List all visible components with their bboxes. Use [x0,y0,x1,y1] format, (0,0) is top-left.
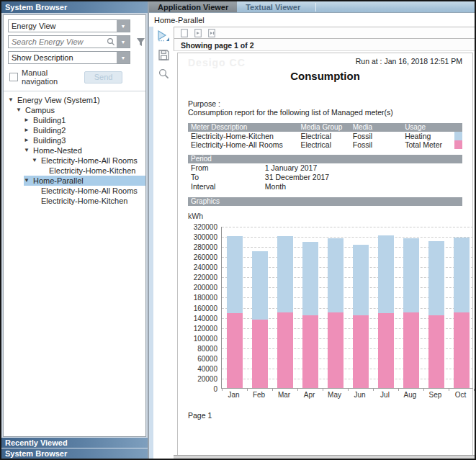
search-input[interactable] [9,36,107,48]
tab-textual-viewer[interactable]: Textual Viewer [237,1,316,12]
breadcrumb: Home-Parallel [149,13,475,27]
col-media-group: Media Group [297,123,349,132]
tree-item-label: Electricity-Home-All Rooms [41,155,138,166]
expanded-icon[interactable]: ▼ [16,105,25,115]
y-tick-label: 220000 [184,274,217,281]
viewer-panel: Application Viewer Textual Viewer Home-P… [149,1,475,459]
tree-item-electricity-home-kitchen[interactable]: Electricity-Home-Kitchen [4,196,145,206]
bar-segment [454,312,470,388]
tree-item-campus[interactable]: ▼Campus [4,105,145,115]
zoom-icon[interactable] [158,68,169,79]
bar-jan [227,236,243,388]
browser-controls: Energy View ▼ ▼ [4,15,145,91]
tree-item-electricity-home-all-rooms[interactable]: ▼Electricity-Home-All Rooms [4,155,145,166]
bar-may [328,238,343,388]
system-browser-content: Energy View ▼ ▼ [3,14,146,437]
display-mode-dropdown[interactable]: Show Description ▼ [8,51,130,64]
tree-item-electricity-home-kitchen[interactable]: Electricity-Home-Kitchen [4,166,145,176]
tree-item-home-nested[interactable]: ▼Home-Nested [4,145,145,155]
x-tick-label: Jun [347,391,372,399]
series-color-swatch [454,140,462,149]
save-report-icon[interactable] [158,50,169,60]
bar-segment [277,236,293,312]
x-tick-label: Oct [448,391,473,399]
search-options-chevron-icon[interactable]: ▼ [117,36,130,48]
tree-item-label: Home-Nested [33,145,82,155]
report-page: Desigo CC Run at : Jan 16, 2018 12:51 PM… [177,53,473,459]
tree-item-building2[interactable]: ►Building2 [4,125,145,135]
y-tick-label: 40000 [184,365,217,373]
page-icon[interactable] [181,29,188,37]
y-tick-label: 260000 [184,253,217,261]
expanded-icon[interactable]: ▼ [8,95,17,105]
manual-navigation-checkbox[interactable] [9,73,18,81]
x-tick-label: Apr [297,391,322,399]
tree-item-electricity-home-all-rooms[interactable]: Electricity-Home-All Rooms [4,186,145,196]
bar-feb [252,251,268,388]
y-tick-label: 160000 [184,305,217,312]
tree-item-building3[interactable]: ►Building3 [4,135,145,145]
period-cell: 1 January 2017 [262,163,462,173]
system-browser-panel: System Browser Energy View ▼ ▼ [1,1,149,459]
page-next-icon[interactable] [194,29,202,37]
y-tick-label: 320000 [184,223,217,231]
view-selector-dropdown[interactable]: Energy View ▼ [8,19,130,32]
app-window: System Browser Energy View ▼ ▼ [0,0,476,460]
chevron-down-icon[interactable]: ▼ [117,20,130,32]
tree-item-energy-view-system1-[interactable]: ▼Energy View (System1) [4,95,145,105]
run-report-icon[interactable] [157,30,170,42]
meter-cell: Electrical [297,132,349,140]
system-browser-titlebar[interactable]: System Browser [1,1,148,13]
bar-oct [454,238,470,388]
purpose-label: Purpose : [188,99,462,108]
tree-item-label: Building3 [33,135,66,145]
report-scroll-area[interactable]: Desigo CC Run at : Jan 16, 2018 12:51 PM… [174,51,475,459]
viewer-body: Showing page 1 of 2 Desigo CC Run at : J… [149,27,475,459]
expanded-icon[interactable]: ▼ [24,176,33,186]
graphics-section-header: Graphics [188,197,462,206]
bar-segment [353,245,369,315]
collapsed-icon[interactable]: ► [24,115,33,125]
display-mode-value: Show Description [9,52,117,63]
send-button[interactable]: Send [84,71,122,84]
meter-table-rows: Electricity-Home-KitchenElectricalFossil… [188,132,462,149]
recently-viewed-bar[interactable]: Recently Viewed [1,437,148,448]
horizontal-scrollbar[interactable] [174,455,475,459]
meter-cell: Total Meter [402,140,454,149]
purpose-text: Consumption report for the following lis… [188,108,462,117]
gridline [222,237,473,238]
system-browser-bar[interactable]: System Browser [1,448,148,459]
x-tick-label: Jul [372,391,398,399]
tree-item-label: Home-Parallel [33,176,84,186]
paging-status: Showing page 1 of 2 [174,39,475,51]
tab-application-viewer[interactable]: Application Viewer [149,1,237,12]
tree-item-building1[interactable]: ►Building1 [4,115,145,125]
period-row: IntervalMonth [188,182,462,191]
search-icon[interactable] [107,36,115,48]
manual-navigation-label: Manual navigation [22,68,84,86]
bar-segment [252,251,268,320]
y-tick-label: 280000 [184,243,217,251]
chart-y-axis-labels: 3200003000002800002600002400002200002000… [188,227,221,389]
period-cell: To [188,173,262,182]
report-logo: Desigo CC [188,57,246,68]
expanded-icon[interactable]: ▼ [32,155,41,166]
bar-sep [428,241,444,388]
col-media: Media [350,123,402,132]
page-last-icon[interactable] [208,29,217,37]
collapsed-icon[interactable]: ► [24,135,33,145]
report-viewer: Showing page 1 of 2 Desigo CC Run at : J… [174,27,475,459]
bar-mar [277,236,293,388]
filter-icon[interactable] [136,37,145,47]
expanded-icon[interactable]: ▼ [24,145,33,155]
y-tick-label: 80000 [184,345,217,353]
tree-item-home-parallel[interactable]: ▼Home-Parallel [4,176,145,186]
meter-table-header: Meter Description Media Group Media Usag… [188,123,462,132]
meter-table-row: Electricity-Home-All RoomsElectricalFoss… [188,140,462,149]
chart-plot-area [221,227,473,389]
chevron-down-icon[interactable]: ▼ [117,52,130,63]
bar-aug [403,238,419,388]
period-section-header: Period [188,155,462,163]
period-cell: 31 December 2017 [262,173,462,182]
collapsed-icon[interactable]: ► [24,125,33,135]
